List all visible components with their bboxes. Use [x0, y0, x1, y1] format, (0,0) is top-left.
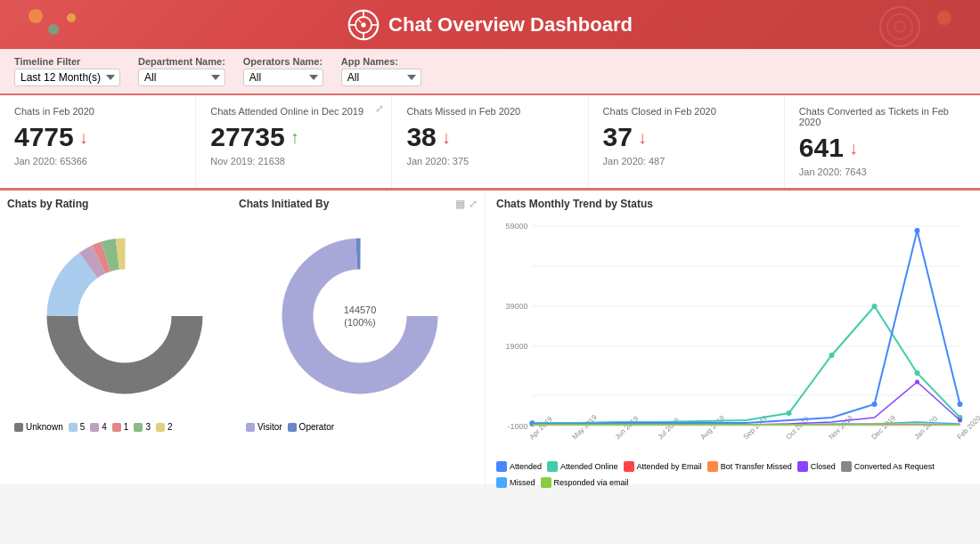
kpi-value-0: 4775 ↓ [14, 122, 181, 152]
bar-chart-icon[interactable]: ▦ [455, 198, 465, 210]
svg-point-21 [78, 270, 171, 362]
svg-point-5 [361, 22, 365, 27]
svg-text:19000: 19000 [505, 342, 527, 351]
legend-dot-bot-transfer [707, 461, 718, 472]
legend-dot-visitor [246, 423, 255, 432]
svg-text:Aug 2019: Aug 2019 [699, 413, 727, 441]
kpi-title-1: Chats Attended Online in Dec 2019 [210, 106, 377, 117]
kpi-prev-2: Jan 2020: 375 [406, 156, 573, 166]
department-filter-select[interactable]: All [138, 69, 225, 86]
legend-dot-unknown [14, 423, 23, 432]
svg-text:Jan 2020: Jan 2020 [913, 414, 940, 441]
svg-point-49 [787, 410, 792, 416]
svg-point-54 [530, 421, 535, 426]
kpi-value-2: 38 ↓ [406, 122, 573, 152]
legend-unknown: Unknown [14, 422, 63, 432]
kpi-card-3: Chats Closed in Feb 2020 37 ↓ Jan 2020: … [589, 95, 785, 188]
svg-point-12 [887, 14, 912, 39]
svg-text:Apr 2019: Apr 2019 [528, 415, 555, 442]
header-title-container: Chat Overview Dashboard [347, 9, 633, 41]
expand-icon-1[interactable]: ⤢ [375, 102, 384, 115]
svg-point-52 [915, 370, 920, 376]
left-charts-panel: ▦ ⤢ Chats by Rating Chats Initiated By [0, 191, 486, 484]
svg-point-14 [937, 11, 951, 25]
legend-dot-3 [134, 423, 143, 432]
operators-filter-group: Operators Name: All [243, 56, 323, 86]
appnames-filter-label: App Names: [341, 56, 421, 67]
legend-4: 4 [90, 422, 107, 432]
appnames-filter-group: App Names: All [341, 56, 421, 86]
legend-5: 5 [69, 422, 86, 432]
legend-attended-online: Attended Online [547, 461, 618, 472]
expand-chart-icon[interactable]: ⤢ [469, 198, 478, 210]
kpi-prev-0: Jan 2020: 65366 [14, 156, 181, 166]
right-chart-panel: Chats Monthly Trend by Status 59000 3900… [486, 191, 980, 484]
legend-operator: Operator [288, 422, 334, 432]
timeline-filter-group: Timeline Filter Last 12 Month(s) Last 6 … [14, 56, 120, 86]
legend-closed: Closed [797, 461, 836, 472]
department-filter-label: Department Name: [138, 56, 225, 67]
department-filter-group: Department Name: All [138, 56, 225, 86]
legend-dot-5 [69, 423, 78, 432]
operators-filter-select[interactable]: All [243, 69, 323, 86]
svg-point-56 [915, 228, 920, 233]
svg-point-11 [880, 7, 919, 46]
svg-text:59000: 59000 [505, 222, 527, 231]
kpi-value-1: 27735 ↑ [210, 122, 377, 152]
svg-point-55 [872, 402, 878, 407]
legend-attended: Attended [496, 461, 542, 472]
svg-point-58 [915, 380, 919, 385]
kpi-title-2: Chats Missed in Feb 2020 [406, 106, 573, 117]
legend-dot-missed [496, 477, 507, 488]
chats-initiated-by-title: Chats Initiated By [239, 198, 478, 210]
svg-text:Jun 2019: Jun 2019 [614, 414, 641, 441]
chat-logo-icon [347, 9, 380, 41]
chart-icons: ▦ ⤢ [455, 198, 478, 210]
svg-text:Jul 2019: Jul 2019 [657, 416, 682, 441]
page-header: Chat Overview Dashboard [0, 0, 980, 49]
svg-text:May 2019: May 2019 [571, 413, 600, 442]
legend-dot-attended-email [624, 461, 634, 472]
kpi-prev-4: Jan 2020: 7643 [799, 166, 966, 177]
legend-responded-email: Responded via email [541, 477, 629, 488]
kpi-trend-icon-0: ↓ [79, 127, 88, 148]
kpi-title-4: Chats Converted as Tickets in Feb 2020 [799, 106, 966, 127]
svg-point-59 [958, 418, 962, 423]
svg-point-1 [48, 24, 59, 35]
svg-point-0 [29, 9, 43, 23]
header-decoration-right [873, 4, 962, 49]
legend-dot-attended-online [547, 461, 558, 472]
legend-3: 3 [134, 422, 151, 432]
kpi-trend-icon-1: ↑ [290, 127, 299, 148]
operators-filter-label: Operators Name: [243, 56, 323, 67]
timeline-filter-select[interactable]: Last 12 Month(s) Last 6 Month(s) Last 3 … [14, 69, 120, 86]
kpi-prev-3: Jan 2020: 487 [603, 156, 770, 166]
kpi-value-4: 641 ↓ [799, 133, 966, 163]
kpi-prev-1: Nov 2019: 21638 [210, 156, 377, 166]
chats-initiated-by-chart: 144570 (100%) [271, 227, 449, 405]
legend-dot-1 [112, 423, 121, 432]
kpi-card-1: ⤢ Chats Attended Online in Dec 2019 2773… [196, 95, 392, 188]
svg-text:(100%): (100%) [344, 317, 375, 328]
legend-2: 2 [156, 422, 173, 432]
legend-dot-closed [797, 461, 808, 472]
monthly-trend-legend: Attended Attended Online Attended by Ema… [496, 459, 969, 490]
svg-text:39000: 39000 [505, 302, 527, 311]
initiated-legend: Visitor Operator [239, 418, 478, 435]
donut-charts-row: 144570 (100%) [7, 214, 478, 418]
svg-point-51 [872, 304, 878, 309]
kpi-cards-row: Chats in Feb 2020 4775 ↓ Jan 2020: 65366… [0, 95, 980, 191]
initiated-donut-svg: 144570 (100%) [271, 227, 449, 405]
legend-dot-4 [90, 423, 99, 432]
kpi-card-4: Chats Converted as Tickets in Feb 2020 6… [785, 95, 980, 188]
kpi-card-0: Chats in Feb 2020 4775 ↓ Jan 2020: 65366 [0, 95, 196, 188]
legend-dot-converted [841, 461, 852, 472]
chats-by-rating-title: Chats by Rating [7, 198, 239, 210]
appnames-filter-select[interactable]: All [341, 69, 421, 86]
rating-legend: Unknown 5 4 1 [7, 418, 239, 435]
svg-point-13 [894, 21, 905, 32]
legend-dot-attended [496, 461, 507, 472]
chats-by-rating-chart [36, 227, 214, 405]
kpi-title-3: Chats Closed in Feb 2020 [603, 106, 770, 117]
svg-point-50 [829, 353, 835, 358]
